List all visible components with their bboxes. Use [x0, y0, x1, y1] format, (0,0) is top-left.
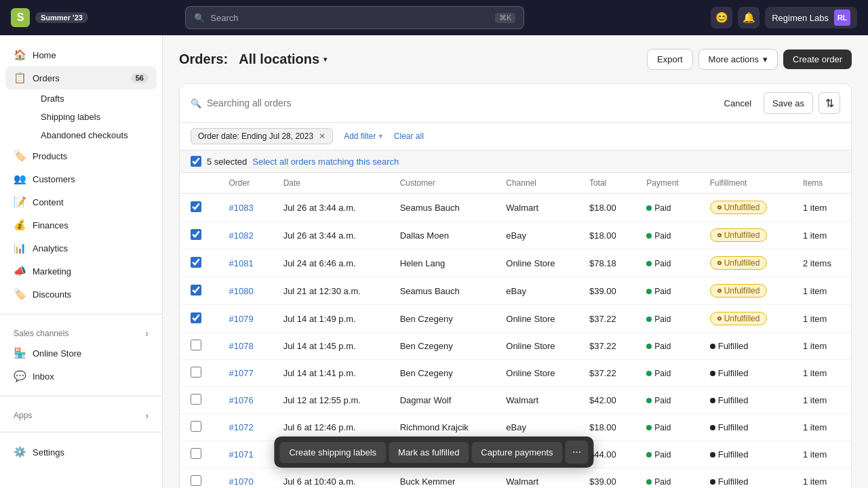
sidebar-item-home[interactable]: 🏠 Home [5, 43, 157, 66]
top-navigation: S Summer '23 🔍 Search ⌘K 😊 🔔 Regimen Lab… [0, 0, 868, 35]
help-icon-button[interactable]: 😊 [711, 7, 732, 28]
row-channel: Walmart [495, 468, 578, 489]
row-date: Jul 26 at 3:44 a.m. [273, 194, 389, 222]
table-row: #1082 Jul 26 at 3:44 a.m. Dallas Moen eB… [180, 222, 851, 249]
export-button[interactable]: Export [647, 49, 693, 70]
discounts-icon: 🏷️ [14, 288, 26, 300]
sidebar-item-finances[interactable]: 💰 Finances [5, 214, 157, 237]
row-checkbox-cell[interactable] [180, 333, 218, 360]
search-cancel-button[interactable]: Cancel [717, 92, 758, 114]
bulk-selection-row: 5 selected Select all orders matching th… [180, 150, 851, 173]
row-order-id[interactable]: #1079 [218, 305, 272, 333]
search-save-as-button[interactable]: Save as [764, 92, 813, 114]
clear-all-button[interactable]: Clear all [394, 131, 424, 141]
table-row: #1076 Jul 12 at 12:55 p.m. Dagmar Wolf W… [180, 387, 851, 414]
select-all-checkbox[interactable] [191, 156, 201, 167]
sidebar-item-online-store[interactable]: 🏪 Online Store [5, 342, 157, 365]
row-order-id[interactable]: #1072 [218, 414, 272, 441]
create-shipping-labels-button[interactable]: Create shipping labels [279, 442, 386, 463]
nav-icons: 😊 🔔 Regimen Labs RL [711, 7, 857, 28]
sidebar-item-orders[interactable]: 📋 Orders 56 [5, 66, 157, 89]
search-bar[interactable]: 🔍 Search ⌘K [185, 6, 524, 29]
row-customer: Buck Kemmer [389, 468, 496, 489]
create-order-button[interactable]: Create order [783, 49, 852, 69]
row-checkbox-cell[interactable] [180, 441, 218, 468]
row-checkbox[interactable] [191, 285, 201, 296]
sidebar-item-products[interactable]: 🏷️ Products [5, 144, 157, 167]
row-customer: Ben Czegeny [389, 305, 496, 333]
inbox-icon: 💬 [14, 370, 26, 382]
row-checkbox-cell[interactable] [180, 277, 218, 305]
sidebar-item-abandoned-checkouts[interactable]: Abandoned checkouts [33, 126, 157, 144]
row-order-id[interactable]: #1081 [218, 249, 272, 277]
sidebar-item-orders-label: Orders [33, 73, 60, 83]
row-checkbox[interactable] [191, 394, 201, 405]
col-date: Date [273, 173, 389, 194]
row-checkbox[interactable] [191, 421, 201, 432]
row-order-id[interactable]: #1077 [218, 360, 272, 387]
row-checkbox-cell[interactable] [180, 222, 218, 249]
row-channel: Online Store [495, 305, 578, 333]
row-total: $37.22 [578, 360, 635, 387]
location-chevron-icon: ▾ [323, 56, 327, 63]
row-checkbox-cell[interactable] [180, 414, 218, 441]
row-fulfillment: Fulfilled [699, 360, 792, 387]
row-checkbox[interactable] [191, 201, 201, 212]
sort-button[interactable]: ⇅ [818, 92, 840, 114]
row-order-id[interactable]: #1076 [218, 387, 272, 414]
select-all-link[interactable]: Select all orders matching this search [252, 157, 399, 167]
row-checkbox[interactable] [191, 367, 201, 378]
sidebar-item-shipping-labels[interactable]: Shipping labels [33, 108, 157, 126]
fulfillment-badge: Unfulfilled [710, 312, 768, 325]
row-order-id[interactable]: #1071 [218, 441, 272, 468]
row-checkbox-cell[interactable] [180, 194, 218, 222]
orders-icon: 📋 [14, 72, 26, 84]
sidebar-item-content[interactable]: 📝 Content [5, 190, 157, 214]
sidebar-item-analytics[interactable]: 📊 Analytics [5, 237, 157, 260]
row-order-id[interactable]: #1070 [218, 468, 272, 489]
row-checkbox-cell[interactable] [180, 468, 218, 489]
add-filter-button[interactable]: Add filter + [338, 129, 389, 144]
user-menu-button[interactable]: Regimen Labs RL [765, 7, 857, 28]
row-checkbox-cell[interactable] [180, 360, 218, 387]
row-channel: Walmart [495, 387, 578, 414]
sidebar-item-settings[interactable]: ⚙️ Settings [5, 441, 157, 464]
sidebar-item-marketing[interactable]: 📣 Marketing [5, 260, 157, 283]
capture-payments-button[interactable]: Capture payments [471, 442, 562, 463]
row-items: 1 item [792, 441, 851, 468]
notifications-icon-button[interactable]: 🔔 [738, 7, 760, 28]
row-fulfillment: Unfulfilled [699, 305, 792, 333]
date-filter-chip[interactable]: Order date: Ending Jul 28, 2023 ✕ [191, 128, 333, 144]
search-icon: 🔍 [194, 13, 205, 23]
orders-search-input[interactable] [207, 98, 712, 108]
row-customer: Ben Czegeny [389, 333, 496, 360]
row-order-id[interactable]: #1082 [218, 222, 272, 249]
row-order-id[interactable]: #1080 [218, 277, 272, 305]
row-date: Jul 14 at 1:45 p.m. [273, 333, 389, 360]
sidebar-item-customers[interactable]: 👥 Customers [5, 167, 157, 190]
row-payment: Paid [635, 222, 698, 249]
sidebar-item-discounts[interactable]: 🏷️ Discounts [5, 283, 157, 306]
row-order-id[interactable]: #1078 [218, 333, 272, 360]
sidebar-item-inbox[interactable]: 💬 Inbox [5, 365, 157, 388]
fulfillment-badge: Fulfilled [710, 422, 749, 432]
row-checkbox[interactable] [191, 448, 201, 459]
row-checkbox[interactable] [191, 312, 201, 323]
row-checkbox[interactable] [191, 475, 201, 486]
location-dropdown-button[interactable]: All locations ▾ [233, 49, 332, 70]
more-actions-button[interactable]: More actions ▾ [698, 49, 778, 70]
col-items: Items [792, 173, 851, 194]
more-actions-bottom-button[interactable]: ··· [566, 441, 589, 464]
row-checkbox-cell[interactable] [180, 249, 218, 277]
row-checkbox[interactable] [191, 340, 201, 350]
sidebar-item-drafts[interactable]: Drafts [33, 89, 157, 108]
row-checkbox[interactable] [191, 257, 201, 268]
row-checkbox-cell[interactable] [180, 387, 218, 414]
row-order-id[interactable]: #1083 [218, 194, 272, 222]
table-row: #1070 Jul 6 at 10:40 a.m. Buck Kemmer Wa… [180, 468, 851, 489]
row-checkbox[interactable] [191, 229, 201, 240]
row-payment: Paid [635, 414, 698, 441]
mark-as-fulfilled-button[interactable]: Mark as fulfilled [389, 442, 469, 463]
date-filter-remove-icon[interactable]: ✕ [319, 131, 326, 141]
row-checkbox-cell[interactable] [180, 305, 218, 333]
